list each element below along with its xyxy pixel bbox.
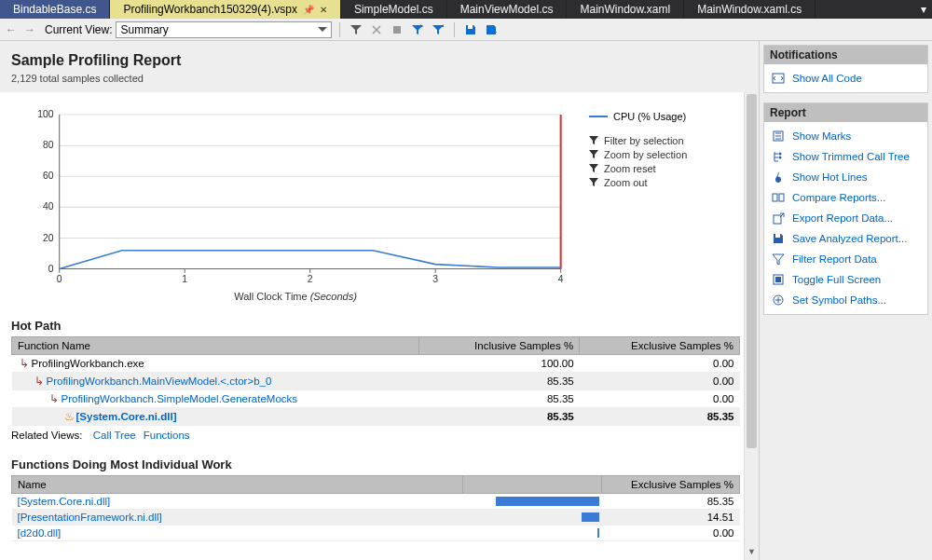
pin-icon[interactable]: 📌 — [303, 5, 314, 15]
editor-tab[interactable]: BindableBase.cs — [0, 0, 110, 19]
side-action[interactable]: Toggle Full Screen — [766, 269, 925, 290]
page-subtitle: 2,129 total samples collected — [11, 73, 747, 84]
topfn-col-name[interactable]: Name — [12, 476, 463, 494]
hotpath-row[interactable]: ↳ProfilingWorkbanch.MainViewModel.<.ctor… — [12, 373, 740, 390]
save-icon[interactable] — [462, 21, 479, 38]
chart-xlabel: Wall Clock Time (Seconds) — [11, 291, 580, 302]
side-action[interactable]: Filter Report Data — [766, 249, 925, 269]
hotpath-col-inc[interactable]: Inclusive Samples % — [419, 337, 580, 355]
filter-icon[interactable] — [348, 21, 364, 38]
export-icon[interactable] — [483, 21, 500, 38]
related-view-link[interactable]: Call Tree — [93, 430, 136, 441]
side-action[interactable]: Save Analyzed Report... — [766, 228, 925, 249]
editor-tab[interactable]: MainWindow.xaml.cs — [684, 0, 816, 19]
side-action-label: Filter Report Data — [792, 253, 877, 265]
tabs-overflow-button[interactable]: ▾ — [915, 0, 932, 19]
svg-rect-1 — [468, 25, 473, 29]
exclusive-pct: 0.00 — [601, 526, 739, 541]
close-icon[interactable]: ✕ — [320, 5, 327, 15]
side-action-label: Show Hot Lines — [792, 171, 868, 183]
related-view-link[interactable]: Functions — [144, 430, 190, 441]
chart-action[interactable]: Zoom out — [589, 177, 740, 188]
tab-label: ProfilingWorkbanch150329(4).vspx — [123, 3, 297, 16]
svg-text:2: 2 — [308, 274, 313, 284]
report-toolbar: ← → Current View: — [0, 19, 932, 41]
topfn-col-exc[interactable]: Exclusive Samples % — [601, 476, 739, 494]
funnel-icon — [589, 178, 598, 187]
side-action[interactable]: Show Trimmed Call Tree — [766, 146, 925, 167]
side-action-label: Compare Reports... — [792, 192, 885, 203]
tab-label: MainWindow.xaml.cs — [697, 3, 802, 16]
function-link[interactable]: [System.Core.ni.dll] — [18, 496, 111, 507]
vertical-scrollbar[interactable]: ▲ ▼ — [744, 92, 759, 560]
editor-tab[interactable]: MainViewModel.cs — [447, 0, 568, 19]
legend-series-cpu: CPU (% Usage) — [589, 111, 740, 122]
exclusive-pct: 14.51 — [601, 510, 739, 526]
zoom-out-icon[interactable] — [430, 21, 446, 38]
topfn-row[interactable]: [PresentationFramework.ni.dll]14.51 — [12, 510, 740, 526]
side-action[interactable]: Show Marks — [766, 126, 925, 146]
side-action[interactable]: Show Hot Lines — [766, 167, 925, 187]
inclusive-pct: 85.35 — [419, 373, 580, 390]
topfn-row[interactable]: [System.Core.ni.dll]85.35 — [12, 494, 740, 510]
exclusive-bar — [582, 512, 599, 522]
svg-text:0: 0 — [48, 264, 54, 274]
hotpath-row[interactable]: ↳ProfilingWorkbanch.exe100.000.00 — [12, 355, 740, 373]
function-name: ProfilingWorkbanch.exe — [32, 358, 144, 369]
hotpath-row[interactable]: ↳ProfilingWorkbanch.SimpleModel.Generate… — [12, 390, 740, 408]
inclusive-pct: 100.00 — [419, 355, 580, 373]
svg-text:4: 4 — [558, 274, 564, 284]
function-link[interactable]: [System.Core.ni.dll] — [76, 411, 177, 422]
side-action-label: Show Marks — [792, 130, 851, 142]
svg-rect-33 — [774, 215, 781, 224]
svg-rect-36 — [775, 277, 781, 282]
svg-rect-34 — [775, 234, 780, 238]
editor-tab[interactable]: ProfilingWorkbanch150329(4).vspx📌✕ — [110, 0, 341, 19]
svg-rect-27 — [773, 74, 784, 83]
svg-text:3: 3 — [432, 274, 438, 284]
editor-tab[interactable]: MainWindow.xaml — [567, 0, 684, 19]
hotpath-row[interactable]: ♨[System.Core.ni.dll]85.3585.35 — [12, 408, 740, 426]
hot-icon — [772, 171, 785, 184]
topfn-row[interactable]: [d2d0.dll]0.00 — [12, 526, 740, 541]
side-action[interactable]: Set Symbol Paths... — [766, 290, 925, 310]
filter-icon — [772, 253, 785, 266]
function-link[interactable]: [d2d0.dll] — [18, 527, 62, 539]
chart-action[interactable]: Filter by selection — [589, 135, 740, 146]
function-link[interactable]: ProfilingWorkbanch.MainViewModel.<.ctor>… — [47, 376, 272, 387]
zoom-in-icon[interactable] — [409, 21, 426, 38]
flame-icon: ♨ — [64, 410, 74, 423]
editor-tab[interactable]: SimpleModel.cs — [341, 0, 447, 19]
marks-icon — [772, 130, 785, 143]
funnel-icon — [589, 150, 598, 159]
chart-action-label: Zoom out — [604, 177, 647, 188]
hotpath-col-exc[interactable]: Exclusive Samples % — [580, 337, 740, 355]
svg-point-29 — [779, 153, 782, 156]
report-panel: Report Show MarksShow Trimmed Call TreeS… — [763, 102, 928, 315]
inclusive-pct: 85.35 — [419, 408, 580, 426]
function-link[interactable]: [PresentationFramework.ni.dll] — [18, 512, 162, 523]
page-title: Sample Profiling Report — [11, 52, 747, 69]
chart-action[interactable]: Zoom reset — [589, 163, 740, 174]
function-link[interactable]: ProfilingWorkbanch.SimpleModel.GenerateM… — [62, 393, 298, 404]
exclusive-bar — [496, 497, 599, 506]
export-icon — [772, 212, 785, 225]
hotpath-col-fn[interactable]: Function Name — [12, 337, 419, 355]
side-action[interactable]: Show All Code — [766, 68, 925, 89]
cpu-usage-chart[interactable]: 02040608010001234 — [11, 103, 570, 290]
side-action[interactable]: Compare Reports... — [766, 187, 925, 208]
inclusive-pct: 85.35 — [419, 390, 580, 408]
svg-rect-0 — [393, 26, 401, 34]
current-view-select[interactable] — [116, 21, 332, 38]
side-action-label: Show All Code — [792, 73, 862, 84]
nav-back-button[interactable]: ← — [4, 23, 19, 36]
legend-series-label: CPU (% Usage) — [613, 111, 686, 122]
nav-forward-button[interactable]: → — [22, 23, 37, 36]
stop-icon[interactable] — [389, 21, 405, 38]
chart-action[interactable]: Zoom by selection — [589, 149, 740, 160]
tab-label: MainViewModel.cs — [460, 3, 554, 16]
svg-text:0: 0 — [57, 274, 62, 284]
side-action[interactable]: Export Report Data... — [766, 208, 925, 228]
clear-filter-icon[interactable] — [368, 21, 385, 38]
side-action-label: Show Trimmed Call Tree — [792, 151, 910, 162]
